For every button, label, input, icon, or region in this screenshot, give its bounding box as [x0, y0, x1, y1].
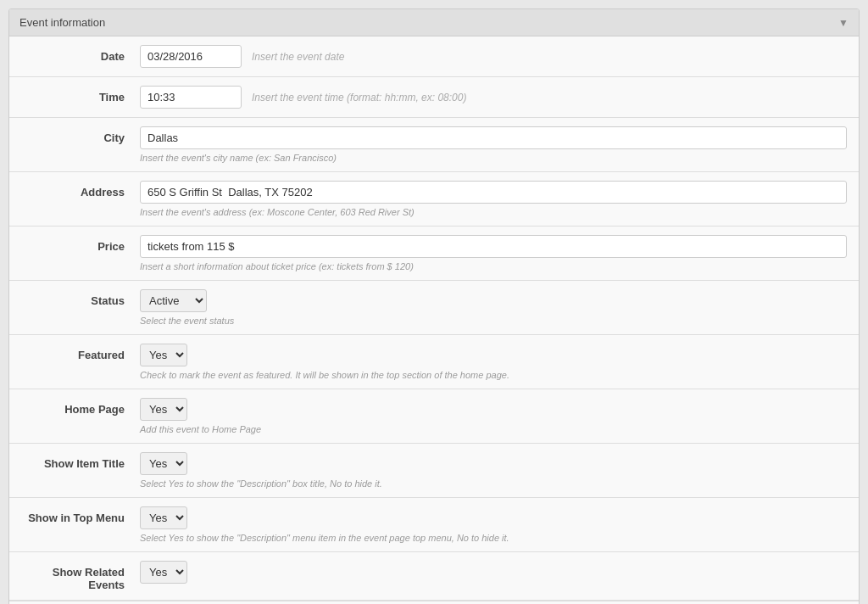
city-hint: Insert the event's city name (ex: San Fr… [140, 153, 847, 163]
price-row: Price Insert a short information about t… [9, 226, 859, 281]
city-input[interactable] [140, 126, 847, 149]
show-item-title-row: Show Item Title Yes No Select Yes to sho… [9, 444, 859, 498]
featured-label: Featured [21, 344, 140, 361]
featured-row: Featured Yes No Check to mark the event … [9, 335, 859, 389]
address-row: Address Insert the event's address (ex: … [9, 172, 859, 226]
status-label: Status [21, 289, 140, 307]
status-content: Active Inactive Draft Select the event s… [140, 289, 847, 326]
time-label: Time [21, 86, 140, 103]
event-information-panel: Event information ▼ Date Insert the even… [8, 8, 860, 604]
price-content: Insert a short information about ticket … [140, 235, 847, 271]
featured-content: Yes No Check to mark the event as featur… [140, 344, 847, 380]
home-page-content: Yes No Add this event to Home Page [140, 398, 847, 434]
panel-collapse-arrow[interactable]: ▼ [838, 17, 849, 29]
show-top-menu-select[interactable]: Yes No [140, 506, 187, 529]
date-input[interactable] [140, 45, 242, 68]
show-related-events-select[interactable]: Yes No [140, 561, 187, 584]
show-item-title-content: Yes No Select Yes to show the "Descripti… [140, 452, 847, 489]
show-top-menu-hint: Select Yes to show the "Description" men… [140, 533, 847, 543]
date-content: Insert the event date [140, 45, 847, 68]
time-input[interactable] [140, 86, 242, 109]
city-label: City [21, 126, 140, 144]
featured-select[interactable]: Yes No [140, 344, 187, 366]
show-top-menu-label: Show in Top Menu [21, 506, 140, 524]
price-input[interactable] [140, 235, 847, 258]
time-content: Insert the event time (format: hh:mm, ex… [140, 86, 847, 109]
status-row: Status Active Inactive Draft Select the … [9, 281, 859, 335]
status-hint: Select the event status [140, 316, 847, 326]
date-row: Date Insert the event date [9, 36, 859, 77]
status-select-wrapper: Active Inactive Draft [140, 289, 847, 312]
show-top-menu-row: Show in Top Menu Yes No Select Yes to sh… [9, 498, 859, 552]
time-input-row: Insert the event time (format: hh:mm, ex… [140, 86, 847, 109]
home-page-row: Home Page Yes No Add this event to Home … [9, 389, 859, 444]
city-content: Insert the event's city name (ex: San Fr… [140, 126, 847, 163]
time-inline-hint: Insert the event time (format: hh:mm, ex… [252, 92, 466, 103]
show-top-menu-content: Yes No Select Yes to show the "Descripti… [140, 506, 847, 543]
address-label: Address [21, 181, 140, 199]
address-input[interactable] [140, 181, 847, 204]
date-label: Date [21, 45, 140, 63]
show-related-events-label: Show Related Events [21, 561, 140, 591]
status-select[interactable]: Active Inactive Draft [140, 289, 207, 312]
time-row: Time Insert the event time (format: hh:m… [9, 77, 859, 118]
price-hint: Insert a short information about ticket … [140, 261, 847, 271]
panel-title: Event information [19, 16, 105, 29]
show-top-menu-select-wrapper: Yes No [140, 506, 847, 529]
home-page-hint: Add this event to Home Page [140, 424, 847, 434]
show-item-title-select-wrapper: Yes No [140, 452, 847, 475]
price-label: Price [21, 235, 140, 253]
show-related-events-row: Show Related Events Yes No [9, 552, 859, 601]
city-row: City Insert the event's city name (ex: S… [9, 118, 859, 172]
panel-header: Event information ▼ [9, 9, 859, 36]
home-page-label: Home Page [21, 398, 140, 416]
address-content: Insert the event's address (ex: Moscone … [140, 181, 847, 217]
featured-select-wrapper: Yes No [140, 344, 847, 366]
home-page-select[interactable]: Yes No [140, 398, 187, 421]
show-item-title-label: Show Item Title [21, 452, 140, 470]
back-to-top-row: Back to top [9, 601, 859, 604]
date-input-row: Insert the event date [140, 45, 847, 68]
show-item-title-select[interactable]: Yes No [140, 452, 187, 475]
show-related-events-content: Yes No [140, 561, 847, 584]
show-item-title-hint: Select Yes to show the "Description" box… [140, 478, 847, 489]
home-page-select-wrapper: Yes No [140, 398, 847, 421]
date-inline-hint: Insert the event date [252, 51, 344, 63]
address-hint: Insert the event's address (ex: Moscone … [140, 207, 847, 217]
show-related-events-select-wrapper: Yes No [140, 561, 847, 584]
featured-hint: Check to mark the event as featured. It … [140, 370, 847, 380]
